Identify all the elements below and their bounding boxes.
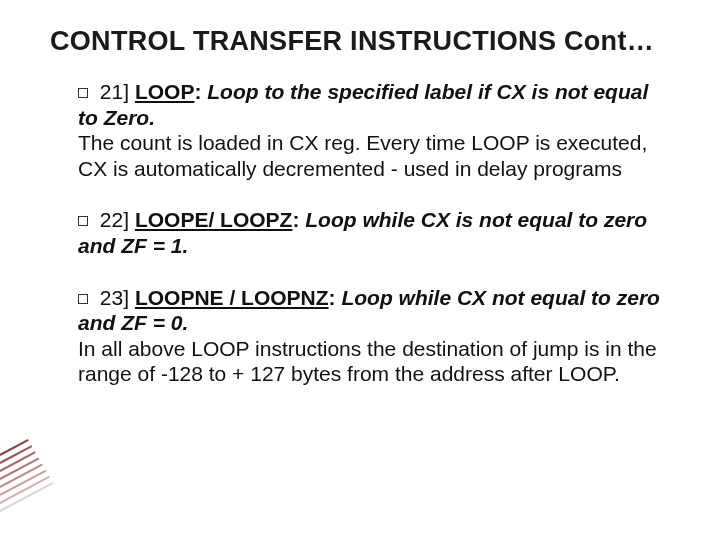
list-item: 21] LOOP: Loop to the specified label if… [78, 79, 662, 181]
item-number: 22] [100, 208, 129, 231]
item-explanation: In all above LOOP instructions the desti… [78, 336, 662, 387]
decor-bar [0, 451, 36, 472]
mnemonic: LOOP: [135, 80, 202, 103]
slide: CONTROL TRANSFER INSTRUCTIONS Cont… 21] … [0, 0, 720, 387]
corner-decoration [0, 442, 60, 512]
decor-bar [0, 482, 53, 512]
decor-bar [0, 445, 32, 464]
square-bullet-icon [78, 216, 88, 226]
item-number: 21] [100, 80, 129, 103]
decor-bar [0, 476, 50, 504]
decor-bar [0, 470, 46, 496]
list-item: 23] LOOPNE / LOOPNZ: Loop while CX not e… [78, 285, 662, 387]
decor-bar [0, 464, 43, 488]
square-bullet-icon [78, 294, 88, 304]
square-bullet-icon [78, 88, 88, 98]
mnemonic: LOOPNE / LOOPNZ: [135, 286, 336, 309]
list-item: 22] LOOPE/ LOOPZ: Loop while CX is not e… [78, 207, 662, 258]
slide-title: CONTROL TRANSFER INSTRUCTIONS Cont… [50, 26, 682, 57]
item-explanation: The count is loaded in CX reg. Every tim… [78, 130, 662, 181]
decor-bar [0, 457, 39, 479]
mnemonic: LOOPE/ LOOPZ: [135, 208, 300, 231]
instruction-list: 21] LOOP: Loop to the specified label if… [50, 79, 682, 387]
decor-bar [0, 439, 29, 456]
item-number: 23] [100, 286, 129, 309]
